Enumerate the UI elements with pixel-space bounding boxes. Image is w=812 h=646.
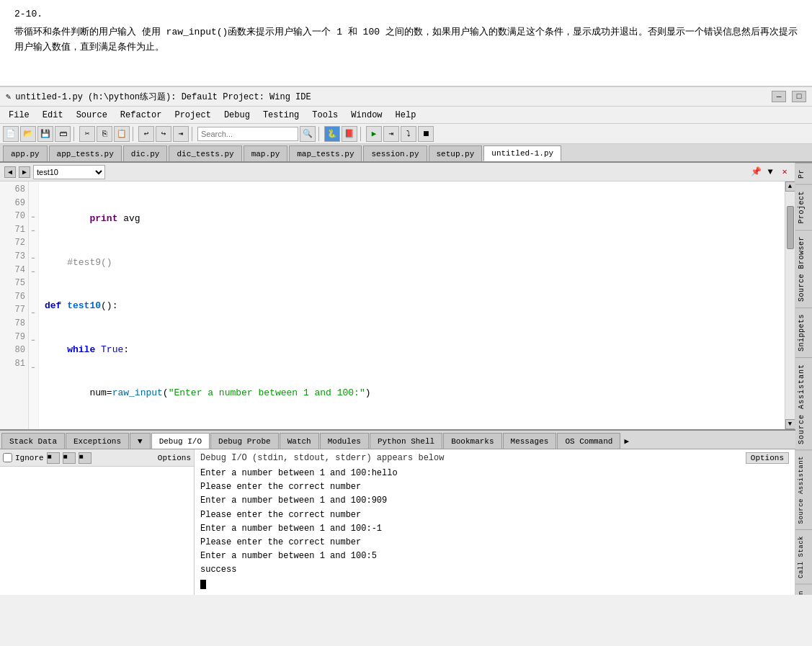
tab-dic-py[interactable]: dic.py xyxy=(123,145,168,161)
code-content[interactable]: print avg #test9() def test10(): while T… xyxy=(39,181,785,429)
menu-bar: File Edit Source Refactor Project Debug … xyxy=(0,107,812,124)
menu-edit[interactable]: Edit xyxy=(37,109,69,122)
tab-dic-tests-py[interactable]: dic_tests.py xyxy=(169,145,241,161)
tab-setup-py[interactable]: setup.py xyxy=(429,145,483,161)
bottom-tab-stack-data[interactable]: Stack Data xyxy=(1,433,65,449)
toolbar-sep-5 xyxy=(360,127,363,141)
menu-project[interactable]: Project xyxy=(169,109,216,122)
search-go-button[interactable]: 🔍 xyxy=(300,126,316,142)
scroll-up-arrow[interactable]: ▲ xyxy=(785,181,795,192)
bottom-right-panels: Source Assistant Call Stack ation xyxy=(795,449,812,595)
fold-70[interactable]: − xyxy=(29,210,37,224)
side-panel-pr[interactable]: Pr xyxy=(795,163,812,184)
bottom-tab-debug-probe[interactable]: Debug Probe xyxy=(210,433,279,449)
menu-help[interactable]: Help xyxy=(390,109,422,122)
scroll-down-arrow[interactable]: ▼ xyxy=(785,419,795,429)
func-bar-icons: 📌 ▼ ✕ xyxy=(750,166,790,178)
func-next-button[interactable]: ▶ xyxy=(19,166,30,178)
left-btn-1[interactable]: ■ xyxy=(47,452,60,464)
toolbar: 📄 📂 💾 🗃 ✂ ⎘ 📋 ↩ ↪ ⇥ 🔍 🐍 📕 ▶ ⇥ ⤵ ⏹ xyxy=(0,124,812,144)
run-button[interactable]: ▶ xyxy=(366,126,382,142)
bottom-tab-os-command[interactable]: OS Command xyxy=(557,433,620,449)
scrollbar-thumb[interactable] xyxy=(787,206,794,249)
debug-io-header-text: Debug I/O (stdin, stdout, stderr) appear… xyxy=(200,453,444,463)
step-into-button[interactable]: ⇥ xyxy=(383,126,399,142)
debug-options-button[interactable]: Options xyxy=(746,452,789,464)
tab-map-py[interactable]: map.py xyxy=(244,145,288,161)
tab-app-py[interactable]: app.py xyxy=(3,145,48,161)
code-line-71: while True: xyxy=(45,343,785,357)
tab-session-py[interactable]: session.py xyxy=(363,145,427,161)
text-cursor xyxy=(200,580,206,589)
toolbar-sep-3 xyxy=(192,127,195,141)
fold-73[interactable]: − xyxy=(29,251,37,265)
editor-scrollbar[interactable]: ▲ ▼ xyxy=(785,181,795,429)
code-line-68: print avg xyxy=(45,212,785,226)
bottom-tab-python-shell[interactable]: Python Shell xyxy=(370,433,442,449)
bottom-tab-overflow[interactable]: ▼ xyxy=(130,433,151,449)
menu-source[interactable]: Source xyxy=(71,109,113,122)
search-input[interactable] xyxy=(197,127,298,141)
close-editor-icon[interactable]: ✕ xyxy=(779,166,790,178)
menu-file[interactable]: File xyxy=(3,109,35,122)
debug-output-line-2: Please enter the correct number xyxy=(200,480,789,494)
tab-app-tests-py[interactable]: app_tests.py xyxy=(49,145,122,161)
side-panel-source-browser[interactable]: Source Browser xyxy=(795,230,812,308)
bottom-tab-exceptions[interactable]: Exceptions xyxy=(66,433,129,449)
fold-81[interactable]: − xyxy=(29,361,37,374)
function-selector[interactable]: test10 xyxy=(33,165,105,179)
window-icon: ✎ xyxy=(6,91,11,102)
expand-icon[interactable]: ▼ xyxy=(764,166,776,178)
fold-71[interactable]: − xyxy=(29,224,37,238)
new-file-button[interactable]: 📄 xyxy=(3,126,19,142)
maximize-button[interactable]: □ xyxy=(792,91,806,102)
menu-testing[interactable]: Testing xyxy=(257,109,305,122)
bottom-side-call-stack[interactable]: Call Stack xyxy=(795,529,812,584)
bottom-side-ation[interactable]: ation xyxy=(795,584,812,595)
tab-untitled1-py[interactable]: untitled-1.py xyxy=(483,145,561,161)
tab-map-tests-py[interactable]: map_tests.py xyxy=(289,145,362,161)
side-panel-snippets[interactable]: Snippets xyxy=(795,308,812,357)
paste-button[interactable]: 📋 xyxy=(114,126,130,142)
debug-output-line-7: Enter a number between 1 and 100:5 xyxy=(200,549,789,563)
step-over-button[interactable]: ⤵ xyxy=(401,126,416,142)
bottom-tab-more[interactable]: ▶ xyxy=(621,433,632,449)
debug-io-panel[interactable]: Debug I/O (stdin, stdout, stderr) appear… xyxy=(195,449,795,595)
fold-79[interactable]: − xyxy=(29,333,37,347)
menu-window[interactable]: Window xyxy=(345,109,388,122)
side-panel-source-assistant[interactable]: Source Assistant xyxy=(795,357,812,450)
ignore-checkbox[interactable] xyxy=(3,453,12,462)
bottom-tab-watch[interactable]: Watch xyxy=(280,433,319,449)
redo-button[interactable]: ↪ xyxy=(156,126,171,142)
fold-77[interactable]: − xyxy=(29,306,37,320)
open-file-button[interactable]: 📂 xyxy=(20,126,36,142)
undo-button[interactable]: ↩ xyxy=(138,126,154,142)
left-btn-3[interactable]: ■ xyxy=(79,452,92,464)
minimize-button[interactable]: — xyxy=(772,91,786,102)
bottom-tab-debug-io[interactable]: Debug I/O xyxy=(151,433,210,449)
bottom-side-source-assistant[interactable]: Source Assistant xyxy=(795,449,812,529)
cut-button[interactable]: ✂ xyxy=(79,126,95,142)
pin-icon[interactable]: 📌 xyxy=(750,166,762,178)
stop-button[interactable]: ⏹ xyxy=(418,126,434,142)
bottom-tab-messages[interactable]: Messages xyxy=(503,433,557,449)
func-prev-button[interactable]: ◀ xyxy=(4,166,16,178)
save-file-button[interactable]: 💾 xyxy=(37,126,53,142)
menu-debug[interactable]: Debug xyxy=(218,109,256,122)
debug-cursor-line xyxy=(200,578,789,591)
save-all-button[interactable]: 🗃 xyxy=(55,126,71,142)
pdf-button[interactable]: 📕 xyxy=(342,126,357,142)
fold-68 xyxy=(29,183,37,197)
fold-74[interactable]: − xyxy=(29,265,37,279)
left-btn-2[interactable]: ■ xyxy=(63,452,76,464)
bottom-tab-modules[interactable]: Modules xyxy=(320,433,369,449)
menu-tools[interactable]: Tools xyxy=(306,109,344,122)
menu-refactor[interactable]: Refactor xyxy=(115,109,168,122)
indent-button[interactable]: ⇥ xyxy=(173,126,189,142)
side-panel-project[interactable]: Project xyxy=(795,184,812,230)
copy-button[interactable]: ⎘ xyxy=(97,126,112,142)
bottom-tab-bookmarks[interactable]: Bookmarks xyxy=(443,433,501,449)
left-options-button[interactable]: Options xyxy=(158,454,191,462)
python-button[interactable]: 🐍 xyxy=(324,126,340,142)
fold-80 xyxy=(29,347,37,361)
